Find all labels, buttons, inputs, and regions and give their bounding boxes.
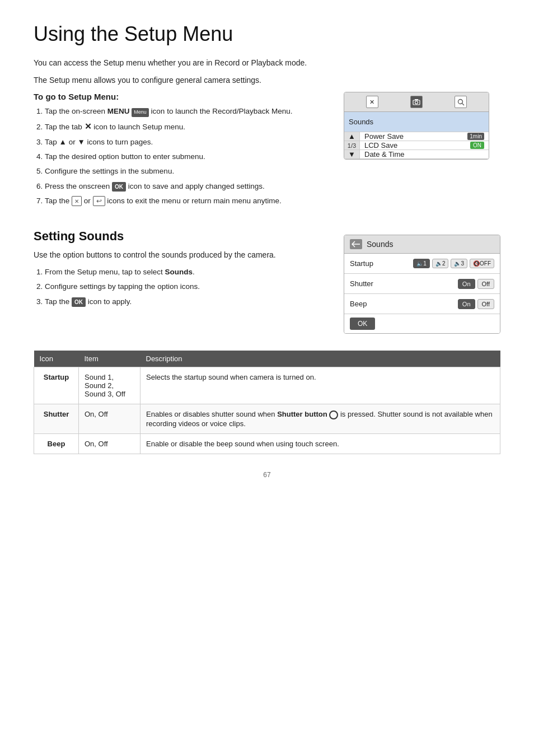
header-search-icon bbox=[455, 96, 467, 108]
svg-line-4 bbox=[462, 103, 464, 105]
beep-row: Beep On Off bbox=[344, 294, 500, 314]
sounds-label: Sounds bbox=[349, 118, 484, 126]
shutter-icon-cell: Shutter bbox=[34, 404, 79, 434]
sounds-step-3: Tap the OK icon to apply. bbox=[45, 296, 332, 307]
beep-desc-cell: Enable or disable the beep sound when us… bbox=[140, 433, 500, 454]
step-1: Tap the on-screen MENU Menu icon to laun… bbox=[45, 106, 332, 117]
svg-point-1 bbox=[415, 101, 418, 104]
step-3: Tap ▲ or ▼ icons to turn pages. bbox=[45, 137, 332, 148]
table-row-shutter: Shutter On, Off Enables or disables shut… bbox=[34, 404, 500, 434]
intro-text-1: You can access the Setup menu whether yo… bbox=[34, 57, 500, 69]
power-save-value: 1min bbox=[467, 132, 489, 141]
table-row-beep: Beep On, Off Enable or disable the beep … bbox=[34, 433, 500, 454]
svg-rect-2 bbox=[415, 99, 418, 100]
beep-btn-on[interactable]: On bbox=[458, 299, 475, 309]
section2-title: Setting Sounds bbox=[34, 229, 332, 244]
sounds-step-1: From the Setup menu, tap to select Sound… bbox=[45, 267, 332, 278]
col-desc-header: Description bbox=[140, 351, 500, 367]
page-indicator: 1/3 bbox=[344, 141, 360, 150]
page-title: Using the Setup Menu bbox=[34, 22, 500, 46]
menu-nav-row-lcdsave: 1/3 LCD Save ON bbox=[344, 141, 489, 150]
ok-button[interactable]: OK bbox=[350, 318, 375, 330]
sounds-step-2: Configure settings by tapping the option… bbox=[45, 281, 332, 292]
shutter-btn-on[interactable]: On bbox=[458, 279, 475, 289]
step-6: Press the onscreen OK icon to save and a… bbox=[45, 181, 332, 192]
beep-label: Beep bbox=[350, 300, 386, 308]
beep-btns: On Off bbox=[386, 299, 494, 309]
table-row-startup: Startup Sound 1,Sound 2,Sound 3, Off Sel… bbox=[34, 367, 500, 404]
menu-nav-row-powersave: ▲ Power Save 1min bbox=[344, 132, 489, 141]
date-time-label: Date & Time bbox=[360, 150, 489, 158]
shutter-btns: On Off bbox=[386, 279, 494, 289]
shutter-item-cell: On, Off bbox=[79, 404, 140, 434]
sounds-title: Sounds bbox=[367, 240, 393, 249]
shutter-desc-cell: Enables or disables shutter sound when S… bbox=[140, 404, 500, 434]
power-save-label: Power Save bbox=[360, 132, 467, 141]
section2-intro: Use the option buttons to control the so… bbox=[34, 249, 332, 261]
menu-nav-row-datetime: ▼ Date & Time bbox=[344, 150, 489, 159]
step-4: Tap the desired option button to enter s… bbox=[45, 151, 332, 162]
info-table: Icon Item Description Startup Sound 1,So… bbox=[34, 351, 500, 454]
beep-item-cell: On, Off bbox=[79, 433, 140, 454]
lcd-save-label: LCD Save bbox=[360, 141, 470, 150]
shutter-label: Shutter bbox=[350, 279, 386, 288]
nav-up-btn[interactable]: ▲ bbox=[344, 132, 360, 141]
sounds-back-icon bbox=[350, 239, 362, 249]
startup-label: Startup bbox=[350, 259, 386, 268]
col-item-header: Item bbox=[79, 351, 140, 367]
shutter-row: Shutter On Off bbox=[344, 274, 500, 294]
startup-desc-cell: Selects the startup sound when camera is… bbox=[140, 367, 500, 404]
menu-header: ✕ bbox=[344, 92, 489, 112]
header-camera-icon bbox=[410, 96, 423, 108]
startup-btn-3[interactable]: 🔈3 bbox=[451, 259, 467, 268]
step-5: Configure the settings in the submenu. bbox=[45, 166, 332, 177]
intro-text-2: The Setup menu allows you to configure g… bbox=[34, 74, 500, 86]
startup-btn-2[interactable]: 🔈2 bbox=[432, 259, 449, 268]
sounds-ok-row: OK bbox=[344, 314, 500, 333]
lcd-save-value: ON bbox=[470, 141, 489, 150]
menu-mockup: ✕ Sounds ▲ Power Save 1min bbox=[344, 92, 489, 160]
svg-point-3 bbox=[458, 99, 462, 104]
sounds-header: Sounds bbox=[344, 235, 500, 254]
beep-btn-off[interactable]: Off bbox=[477, 299, 494, 309]
startup-item-cell: Sound 1,Sound 2,Sound 3, Off bbox=[79, 367, 140, 404]
startup-btn-off[interactable]: 🔇OFF bbox=[470, 259, 494, 268]
header-close-icon: ✕ bbox=[366, 96, 378, 108]
startup-row: Startup 🔈1 🔈2 🔈3 🔇OFF bbox=[344, 254, 500, 274]
page-number: 67 bbox=[34, 471, 500, 479]
sounds-steps-list: From the Setup menu, tap to select Sound… bbox=[34, 267, 332, 307]
menu-row-sounds: Sounds bbox=[344, 112, 489, 132]
startup-icon-cell: Startup bbox=[34, 367, 79, 404]
step-2: Tap the tab ✕ icon to launch Setup menu. bbox=[45, 120, 332, 133]
power-save-badge: 1min bbox=[467, 133, 484, 140]
beep-icon-cell: Beep bbox=[34, 433, 79, 454]
setup-steps-list: Tap the on-screen MENU Menu icon to laun… bbox=[34, 106, 332, 207]
subsection-title: To go to Setup Menu: bbox=[34, 92, 332, 101]
col-icon-header: Icon bbox=[34, 351, 79, 367]
sounds-mockup: Sounds Startup 🔈1 🔈2 🔈3 🔇OFF Shutter On … bbox=[344, 235, 500, 334]
step-7: Tap the ✕ or ↩ icons to exit the menu or… bbox=[45, 195, 332, 207]
nav-down-btn[interactable]: ▼ bbox=[344, 150, 360, 158]
lcd-save-badge: ON bbox=[470, 142, 484, 149]
shutter-btn-off[interactable]: Off bbox=[477, 279, 494, 289]
startup-btns: 🔈1 🔈2 🔈3 🔇OFF bbox=[386, 259, 494, 268]
startup-btn-1[interactable]: 🔈1 bbox=[413, 259, 430, 268]
shutter-circle-icon bbox=[329, 410, 338, 419]
